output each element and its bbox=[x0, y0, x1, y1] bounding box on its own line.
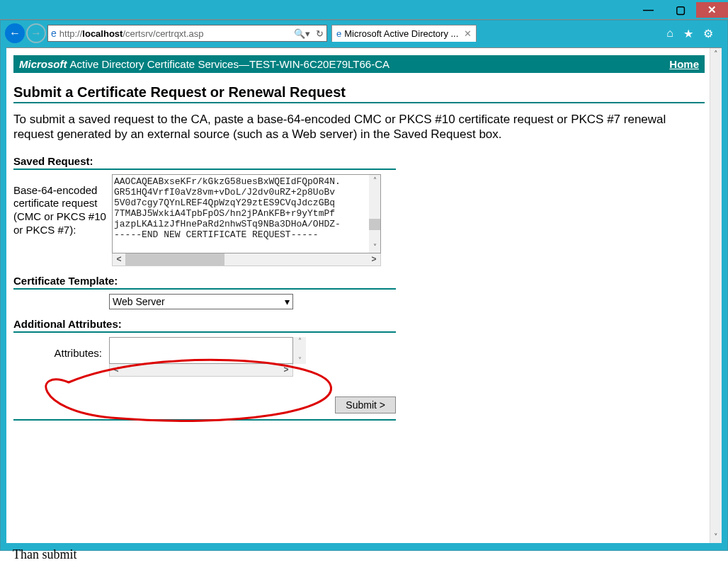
additional-attrs-heading: Additional Attributes: bbox=[13, 318, 705, 330]
ca-name: TEST-WIN-6C20E79LT66-CA bbox=[249, 58, 389, 70]
window-titlebar: — ▢ ✕ bbox=[0, 0, 728, 20]
saved-request-heading: Saved Request: bbox=[13, 155, 705, 167]
scroll-left-icon[interactable]: < bbox=[110, 365, 123, 375]
saved-request-label: Base-64-encoded certificate request (CMC… bbox=[13, 174, 109, 237]
search-icon[interactable]: 🔍▾ bbox=[294, 28, 310, 39]
adcs-label: Active Directory Certificate Services bbox=[70, 58, 239, 70]
scroll-left-icon[interactable]: < bbox=[113, 254, 125, 264]
section-separator bbox=[13, 169, 396, 170]
scroll-down-icon[interactable]: ˅ bbox=[710, 531, 722, 543]
address-bar[interactable]: e http://localhost/certsrv/certrqxt.asp … bbox=[47, 25, 327, 42]
scroll-thumb-x[interactable] bbox=[125, 253, 224, 266]
scroll-up-icon[interactable]: ˄ bbox=[369, 175, 380, 186]
chevron-down-icon: ▾ bbox=[285, 296, 290, 307]
scroll-right-icon[interactable]: > bbox=[280, 365, 292, 375]
section-separator bbox=[13, 331, 396, 333]
minimize-button[interactable]: — bbox=[632, 2, 664, 18]
cert-template-heading: Certificate Template: bbox=[13, 275, 705, 287]
browser-toolbar: ← → e http://localhost/certsrv/certrqxt.… bbox=[1, 21, 727, 47]
attr-scroll-x[interactable]: < > bbox=[109, 364, 293, 377]
close-button[interactable]: ✕ bbox=[696, 2, 728, 18]
home-icon[interactable]: ⌂ bbox=[666, 27, 673, 40]
attributes-label: Attributes: bbox=[13, 337, 102, 359]
saved-request-textarea[interactable]: AAOCAQEABxseKFr/kGkzG58uesBxWQEIdFQpOR4N… bbox=[112, 174, 381, 253]
microsoft-label: Microsoft bbox=[19, 58, 67, 70]
scroll-down-icon[interactable]: ˅ bbox=[298, 356, 302, 364]
adcs-banner: Microsoft Active Directory Certificate S… bbox=[13, 55, 705, 73]
refresh-icon[interactable]: ↻ bbox=[316, 28, 324, 39]
textarea-scroll-x[interactable]: < > bbox=[112, 253, 381, 266]
cert-template-select[interactable]: Web Server ▾ bbox=[109, 294, 293, 309]
textarea-scroll-y[interactable]: ˄ ˅ bbox=[369, 175, 380, 253]
footer-fragment: Than submit bbox=[13, 547, 77, 562]
home-link[interactable]: Home bbox=[669, 58, 699, 70]
banner-sep: — bbox=[239, 58, 249, 70]
close-tab-icon[interactable]: ✕ bbox=[464, 28, 472, 39]
scroll-down-icon[interactable]: ˅ bbox=[369, 241, 380, 253]
tab-title: Microsoft Active Directory ... bbox=[344, 28, 458, 39]
settings-icon[interactable]: ⚙ bbox=[703, 27, 713, 40]
ie-icon: e bbox=[336, 28, 341, 39]
browser-chrome: ← → e http://localhost/certsrv/certrqxt.… bbox=[0, 20, 728, 551]
section-separator bbox=[13, 288, 396, 290]
submit-button[interactable]: Submit > bbox=[335, 396, 396, 413]
page-viewport: Microsoft Active Directory Certificate S… bbox=[6, 47, 722, 543]
attr-scroll-y[interactable]: ˄ ˅ bbox=[293, 337, 306, 364]
browser-tab[interactable]: e Microsoft Active Directory ... ✕ bbox=[331, 25, 477, 42]
intro-text: To submit a saved request to the CA, pas… bbox=[13, 112, 705, 142]
page-tools: ⌂ ★ ⚙ bbox=[666, 27, 723, 40]
scroll-right-icon[interactable]: > bbox=[368, 254, 380, 264]
scroll-up-icon[interactable]: ˄ bbox=[710, 48, 722, 60]
ie-icon: e bbox=[51, 28, 57, 39]
page-title: Submit a Certificate Request or Renewal … bbox=[13, 84, 705, 101]
forward-button[interactable]: → bbox=[26, 23, 46, 43]
cert-template-value: Web Server bbox=[113, 296, 165, 307]
back-button[interactable]: ← bbox=[5, 23, 25, 43]
page-scrollbar[interactable]: ˄ ˅ bbox=[710, 48, 722, 543]
attributes-textarea[interactable] bbox=[109, 337, 293, 364]
scroll-up-icon[interactable]: ˄ bbox=[298, 337, 302, 345]
favorites-icon[interactable]: ★ bbox=[683, 27, 693, 40]
saved-request-content: AAOCAQEABxseKFr/kGkzG58uesBxWQEIdFQpOR4N… bbox=[114, 176, 341, 240]
title-separator bbox=[13, 102, 705, 103]
restore-button[interactable]: ▢ bbox=[664, 2, 696, 18]
url-text: http://localhost/certsrv/certrqxt.asp bbox=[59, 28, 204, 39]
scroll-thumb[interactable] bbox=[369, 219, 380, 230]
footer-separator bbox=[13, 419, 396, 421]
